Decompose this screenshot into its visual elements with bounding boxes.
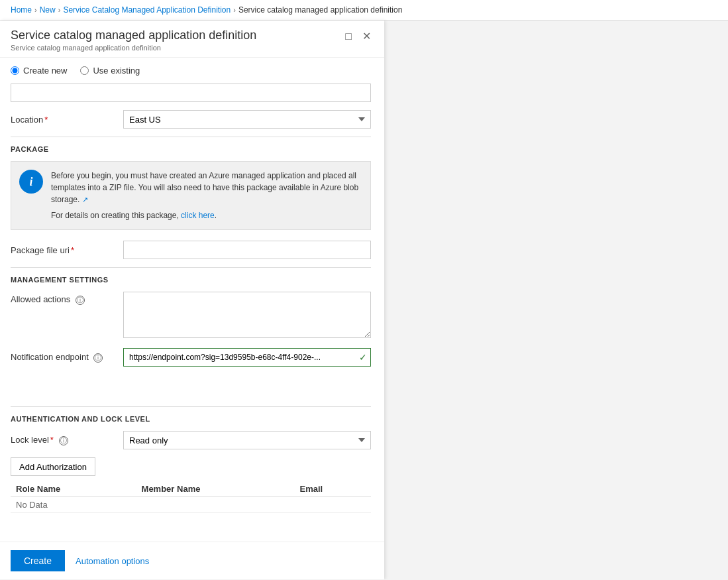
add-authorization-button[interactable]: Add Authorization xyxy=(11,457,95,476)
location-label: Location* xyxy=(11,115,123,125)
close-button[interactable]: ✕ xyxy=(360,29,374,44)
auth-table-head: Role Name Member Name Email xyxy=(11,481,371,497)
auth-table-body: No Data xyxy=(11,497,371,513)
location-select[interactable]: East US xyxy=(123,110,371,129)
location-required: * xyxy=(44,115,48,125)
member-name-header: Member Name xyxy=(136,481,295,497)
panel-title: Service catalog managed application defi… xyxy=(11,29,256,42)
package-file-uri-row: Package file uri* xyxy=(11,241,371,259)
info-paragraph-2: For details on creating this package, cl… xyxy=(51,209,362,221)
use-existing-label[interactable]: Use existing xyxy=(80,66,140,76)
info-paragraph-1: Before you begin, you must have created … xyxy=(51,170,362,205)
auth-section-label: AUTHENTICATION AND LOCK LEVEL xyxy=(11,415,371,423)
role-name-header: Role Name xyxy=(11,481,136,497)
create-new-label[interactable]: Create new xyxy=(11,66,67,76)
info-icon: i xyxy=(19,170,43,194)
create-new-radio[interactable] xyxy=(11,66,19,75)
management-section-label: MANAGEMENT SETTINGS xyxy=(11,276,371,284)
notification-endpoint-label: Notification endpoint ⓘ xyxy=(11,352,123,363)
resource-group-radio-group: Create new Use existing xyxy=(11,66,371,76)
authorization-table: Role Name Member Name Email No Data xyxy=(11,481,371,513)
allowed-actions-info-icon[interactable]: ⓘ xyxy=(76,296,85,305)
allowed-actions-label: Allowed actions ⓘ xyxy=(11,292,123,305)
package-section-label: PACKAGE xyxy=(11,145,371,153)
package-file-uri-label: Package file uri* xyxy=(11,245,123,255)
panel-footer: Create Automation options xyxy=(0,542,384,579)
breadcrumb-new[interactable]: New xyxy=(40,5,56,15)
divider-3 xyxy=(11,406,371,407)
right-panel xyxy=(384,21,728,579)
breadcrumb-sep-2: › xyxy=(58,6,61,14)
package-file-uri-control xyxy=(123,241,371,259)
notification-input-wrapper: ✓ xyxy=(123,348,371,367)
allowed-actions-control xyxy=(123,292,371,340)
lock-level-row: Lock level* ⓘ Read only Can Not Delete N… xyxy=(11,431,371,449)
use-existing-text: Use existing xyxy=(93,66,140,76)
location-control: East US xyxy=(123,110,371,129)
main-layout: Service catalog managed application defi… xyxy=(0,21,728,579)
panel-subtitle: Service catalog managed application defi… xyxy=(11,44,256,52)
divider-2 xyxy=(11,267,371,268)
package-uri-required: * xyxy=(71,245,74,255)
breadcrumb: Home › New › Service Catalog Managed App… xyxy=(0,0,728,21)
allowed-actions-textarea[interactable] xyxy=(123,292,371,338)
use-existing-radio[interactable] xyxy=(80,66,89,75)
panel: Service catalog managed application defi… xyxy=(0,21,384,579)
notification-info-icon[interactable]: ⓘ xyxy=(93,353,103,363)
resource-group-input[interactable] xyxy=(11,84,371,102)
auth-table-header-row: Role Name Member Name Email xyxy=(11,481,371,497)
breadcrumb-home[interactable]: Home xyxy=(11,5,32,15)
minimize-button[interactable]: □ xyxy=(342,29,354,44)
info-box: i Before you begin, you must have create… xyxy=(11,161,371,230)
lock-level-control: Read only Can Not Delete None xyxy=(123,431,371,449)
panel-content[interactable]: Create new Use existing Location* xyxy=(0,58,384,542)
panel-header: Service catalog managed application defi… xyxy=(0,21,384,58)
package-file-uri-input[interactable] xyxy=(123,241,371,259)
lock-level-info-icon[interactable]: ⓘ xyxy=(59,436,68,445)
lock-level-select[interactable]: Read only Can Not Delete None xyxy=(123,431,371,449)
breadcrumb-service-catalog[interactable]: Service Catalog Managed Application Defi… xyxy=(63,5,231,15)
click-here-link[interactable]: click here xyxy=(181,211,215,220)
breadcrumb-current: Service catalog managed application defi… xyxy=(238,5,403,15)
divider-1 xyxy=(11,137,371,137)
validation-check-icon: ✓ xyxy=(359,352,367,363)
panel-title-area: Service catalog managed application defi… xyxy=(11,29,256,52)
breadcrumb-sep-3: › xyxy=(233,6,236,14)
lock-required: * xyxy=(50,435,54,445)
notification-endpoint-input[interactable] xyxy=(123,348,371,367)
notification-endpoint-control: ✓ xyxy=(123,348,371,367)
lock-level-label: Lock level* ⓘ xyxy=(11,435,123,445)
notification-endpoint-wrapper: Notification endpoint ⓘ ✓ Specify an o xyxy=(11,348,371,367)
no-data-cell: No Data xyxy=(11,497,371,513)
create-button[interactable]: Create xyxy=(11,550,65,571)
location-row: Location* East US xyxy=(11,110,371,129)
create-new-text: Create new xyxy=(23,66,67,76)
external-link-icon: ↗ xyxy=(82,194,88,205)
no-data-row: No Data xyxy=(11,497,371,513)
info-text-content: Before you begin, you must have created … xyxy=(51,170,362,221)
automation-options-link[interactable]: Automation options xyxy=(76,556,149,566)
form-body: Create new Use existing Location* xyxy=(0,58,384,521)
breadcrumb-sep-1: › xyxy=(34,6,37,14)
notification-endpoint-row: Notification endpoint ⓘ ✓ xyxy=(11,348,371,367)
panel-controls: □ ✕ xyxy=(342,29,374,44)
allowed-actions-row: Allowed actions ⓘ xyxy=(11,292,371,340)
email-header: Email xyxy=(295,481,372,497)
